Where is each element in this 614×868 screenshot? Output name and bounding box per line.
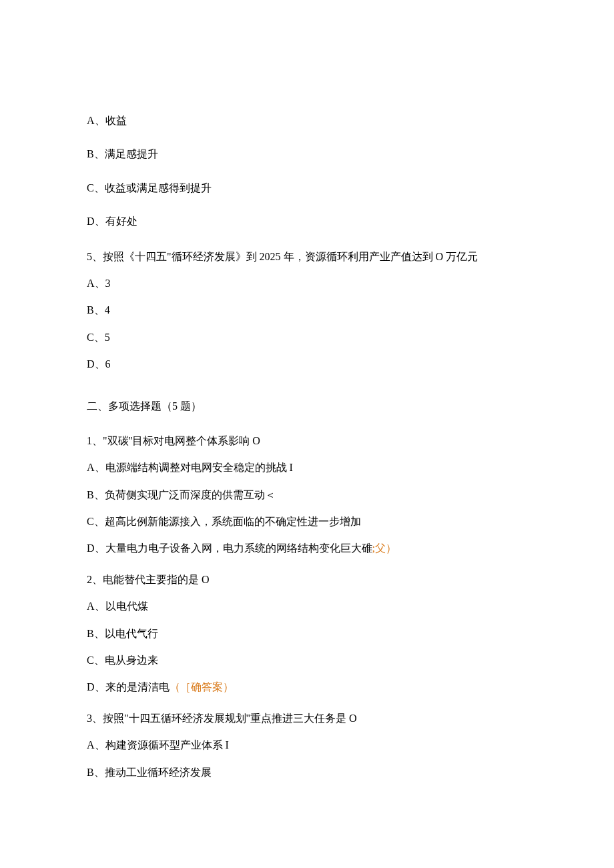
m2-option-d: D、来的是清洁电（［确答案） xyxy=(87,680,527,695)
m2-text: 2、电能替代主要指的是 O xyxy=(87,572,527,587)
m1-option-a: A、电源端结构调整对电网安全稳定的挑战 I xyxy=(87,460,527,475)
m3-text: 3、按照"十四五循环经济发展规划"重点推进三大任务是 O xyxy=(87,711,527,726)
q5-option-a: A、3 xyxy=(87,276,527,291)
q4-option-c: C、收益或满足感得到提升 xyxy=(87,181,527,195)
m1-option-d-text: D、大量电力电子设备入网，电力系统的网络结构变化巨大碓 xyxy=(87,542,372,554)
m2-option-d-text: D、来的是清洁电 xyxy=(87,681,170,693)
q4-option-a: A、收益 xyxy=(87,113,527,128)
q4-option-b: B、满足感提升 xyxy=(87,147,527,161)
m1-option-b: B、负荷侧实现广泛而深度的供需互动＜ xyxy=(87,488,527,502)
m1-option-d: D、大量电力电子设备入网，电力系统的网络结构变化巨大碓;父） xyxy=(87,541,527,556)
m2-option-a: A、以电代煤 xyxy=(87,599,527,614)
m1-option-c: C、超高比例新能源接入，系统面临的不确定性进一步增加 xyxy=(87,514,527,529)
q4-option-d: D、有好处 xyxy=(87,214,527,229)
m1-answer-marker: ;父） xyxy=(372,542,396,554)
q5-text: 5、按照《十四五"循环经济发展》到 2025 年，资源循环利用产业产值达到 O … xyxy=(87,250,527,264)
q5-option-c: C、5 xyxy=(87,330,527,345)
m1-text: 1、"双碳''目标对电网整个体系影响 O xyxy=(87,434,527,448)
q5-option-b: B、4 xyxy=(87,303,527,318)
section-2-heading: 二、多项选择题（5 题） xyxy=(87,399,527,414)
m2-option-c: C、电从身边来 xyxy=(87,653,527,668)
m3-option-b: B、推动工业循环经济发展 xyxy=(87,765,527,780)
m2-option-b: B、以电代气行 xyxy=(87,626,527,641)
m3-option-a: A、构建资源循环型产业体系 I xyxy=(87,738,527,753)
q5-option-d: D、6 xyxy=(87,357,527,372)
m2-answer-marker: （［确答案） xyxy=(170,681,234,693)
